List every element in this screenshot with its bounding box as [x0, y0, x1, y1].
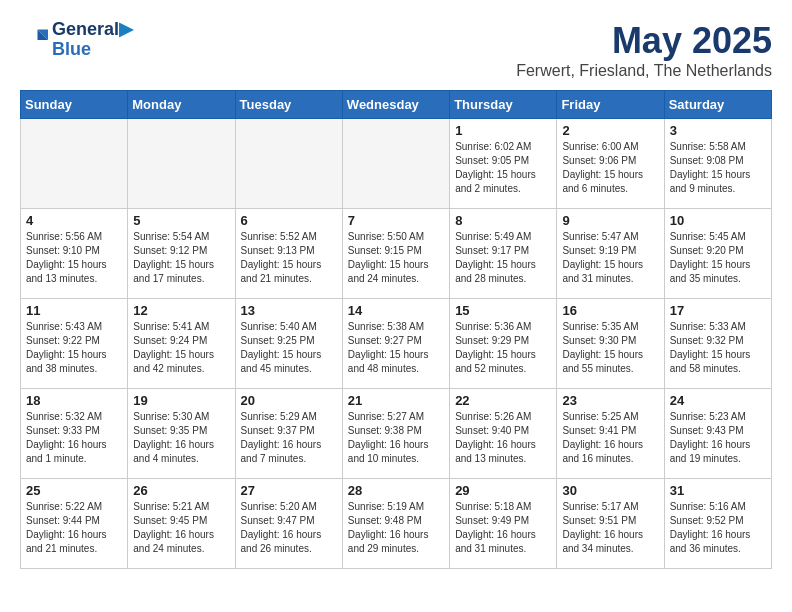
- day-number: 11: [26, 303, 122, 318]
- title-block: May 2025 Ferwert, Friesland, The Netherl…: [516, 20, 772, 80]
- day-number: 28: [348, 483, 444, 498]
- calendar-day-cell: 29Sunrise: 5:18 AM Sunset: 9:49 PM Dayli…: [450, 479, 557, 569]
- calendar-day-cell: 1Sunrise: 6:02 AM Sunset: 9:05 PM Daylig…: [450, 119, 557, 209]
- logo-icon: [20, 26, 48, 54]
- calendar-day-cell: 3Sunrise: 5:58 AM Sunset: 9:08 PM Daylig…: [664, 119, 771, 209]
- calendar-week-row: 25Sunrise: 5:22 AM Sunset: 9:44 PM Dayli…: [21, 479, 772, 569]
- calendar-day-cell: 2Sunrise: 6:00 AM Sunset: 9:06 PM Daylig…: [557, 119, 664, 209]
- day-info: Sunrise: 5:26 AM Sunset: 9:40 PM Dayligh…: [455, 410, 551, 466]
- day-info: Sunrise: 5:17 AM Sunset: 9:51 PM Dayligh…: [562, 500, 658, 556]
- day-number: 9: [562, 213, 658, 228]
- day-number: 13: [241, 303, 337, 318]
- day-info: Sunrise: 5:29 AM Sunset: 9:37 PM Dayligh…: [241, 410, 337, 466]
- logo-text: General▶ Blue: [52, 20, 133, 60]
- calendar-day-cell: 14Sunrise: 5:38 AM Sunset: 9:27 PM Dayli…: [342, 299, 449, 389]
- day-info: Sunrise: 5:56 AM Sunset: 9:10 PM Dayligh…: [26, 230, 122, 286]
- calendar-day-cell: 11Sunrise: 5:43 AM Sunset: 9:22 PM Dayli…: [21, 299, 128, 389]
- day-number: 7: [348, 213, 444, 228]
- day-number: 24: [670, 393, 766, 408]
- day-number: 10: [670, 213, 766, 228]
- location-title: Ferwert, Friesland, The Netherlands: [516, 62, 772, 80]
- day-number: 8: [455, 213, 551, 228]
- calendar-week-row: 1Sunrise: 6:02 AM Sunset: 9:05 PM Daylig…: [21, 119, 772, 209]
- day-number: 31: [670, 483, 766, 498]
- day-number: 3: [670, 123, 766, 138]
- calendar-day-cell: 30Sunrise: 5:17 AM Sunset: 9:51 PM Dayli…: [557, 479, 664, 569]
- day-info: Sunrise: 5:16 AM Sunset: 9:52 PM Dayligh…: [670, 500, 766, 556]
- calendar-day-cell: 16Sunrise: 5:35 AM Sunset: 9:30 PM Dayli…: [557, 299, 664, 389]
- calendar-day-cell: 22Sunrise: 5:26 AM Sunset: 9:40 PM Dayli…: [450, 389, 557, 479]
- day-info: Sunrise: 6:00 AM Sunset: 9:06 PM Dayligh…: [562, 140, 658, 196]
- day-number: 26: [133, 483, 229, 498]
- calendar-week-row: 4Sunrise: 5:56 AM Sunset: 9:10 PM Daylig…: [21, 209, 772, 299]
- calendar-day-cell: 12Sunrise: 5:41 AM Sunset: 9:24 PM Dayli…: [128, 299, 235, 389]
- day-number: 20: [241, 393, 337, 408]
- calendar-day-cell: 20Sunrise: 5:29 AM Sunset: 9:37 PM Dayli…: [235, 389, 342, 479]
- calendar-day-cell: 4Sunrise: 5:56 AM Sunset: 9:10 PM Daylig…: [21, 209, 128, 299]
- day-number: 5: [133, 213, 229, 228]
- day-number: 16: [562, 303, 658, 318]
- calendar-day-cell: [235, 119, 342, 209]
- day-number: 4: [26, 213, 122, 228]
- calendar-day-cell: 10Sunrise: 5:45 AM Sunset: 9:20 PM Dayli…: [664, 209, 771, 299]
- calendar-week-row: 18Sunrise: 5:32 AM Sunset: 9:33 PM Dayli…: [21, 389, 772, 479]
- calendar-day-cell: 13Sunrise: 5:40 AM Sunset: 9:25 PM Dayli…: [235, 299, 342, 389]
- logo: General▶ Blue: [20, 20, 133, 60]
- page-header: General▶ Blue May 2025 Ferwert, Frieslan…: [20, 20, 772, 80]
- day-number: 18: [26, 393, 122, 408]
- day-info: Sunrise: 5:40 AM Sunset: 9:25 PM Dayligh…: [241, 320, 337, 376]
- day-info: Sunrise: 5:33 AM Sunset: 9:32 PM Dayligh…: [670, 320, 766, 376]
- day-info: Sunrise: 5:47 AM Sunset: 9:19 PM Dayligh…: [562, 230, 658, 286]
- day-info: Sunrise: 5:36 AM Sunset: 9:29 PM Dayligh…: [455, 320, 551, 376]
- day-info: Sunrise: 5:21 AM Sunset: 9:45 PM Dayligh…: [133, 500, 229, 556]
- day-number: 30: [562, 483, 658, 498]
- day-info: Sunrise: 5:27 AM Sunset: 9:38 PM Dayligh…: [348, 410, 444, 466]
- day-info: Sunrise: 5:50 AM Sunset: 9:15 PM Dayligh…: [348, 230, 444, 286]
- weekday-header: Thursday: [450, 91, 557, 119]
- calendar-day-cell: 31Sunrise: 5:16 AM Sunset: 9:52 PM Dayli…: [664, 479, 771, 569]
- calendar-day-cell: 27Sunrise: 5:20 AM Sunset: 9:47 PM Dayli…: [235, 479, 342, 569]
- day-number: 6: [241, 213, 337, 228]
- calendar-day-cell: [128, 119, 235, 209]
- calendar-day-cell: 24Sunrise: 5:23 AM Sunset: 9:43 PM Dayli…: [664, 389, 771, 479]
- day-info: Sunrise: 5:22 AM Sunset: 9:44 PM Dayligh…: [26, 500, 122, 556]
- calendar-day-cell: 21Sunrise: 5:27 AM Sunset: 9:38 PM Dayli…: [342, 389, 449, 479]
- day-info: Sunrise: 5:43 AM Sunset: 9:22 PM Dayligh…: [26, 320, 122, 376]
- weekday-header: Tuesday: [235, 91, 342, 119]
- calendar-day-cell: [342, 119, 449, 209]
- day-number: 15: [455, 303, 551, 318]
- day-info: Sunrise: 5:20 AM Sunset: 9:47 PM Dayligh…: [241, 500, 337, 556]
- calendar-day-cell: 8Sunrise: 5:49 AM Sunset: 9:17 PM Daylig…: [450, 209, 557, 299]
- weekday-header: Friday: [557, 91, 664, 119]
- day-info: Sunrise: 5:45 AM Sunset: 9:20 PM Dayligh…: [670, 230, 766, 286]
- day-info: Sunrise: 5:23 AM Sunset: 9:43 PM Dayligh…: [670, 410, 766, 466]
- weekday-header-row: SundayMondayTuesdayWednesdayThursdayFrid…: [21, 91, 772, 119]
- calendar-day-cell: 7Sunrise: 5:50 AM Sunset: 9:15 PM Daylig…: [342, 209, 449, 299]
- day-info: Sunrise: 5:54 AM Sunset: 9:12 PM Dayligh…: [133, 230, 229, 286]
- calendar-day-cell: 6Sunrise: 5:52 AM Sunset: 9:13 PM Daylig…: [235, 209, 342, 299]
- calendar-day-cell: [21, 119, 128, 209]
- calendar-day-cell: 18Sunrise: 5:32 AM Sunset: 9:33 PM Dayli…: [21, 389, 128, 479]
- day-number: 14: [348, 303, 444, 318]
- calendar-day-cell: 9Sunrise: 5:47 AM Sunset: 9:19 PM Daylig…: [557, 209, 664, 299]
- day-number: 23: [562, 393, 658, 408]
- day-number: 29: [455, 483, 551, 498]
- day-info: Sunrise: 6:02 AM Sunset: 9:05 PM Dayligh…: [455, 140, 551, 196]
- calendar-week-row: 11Sunrise: 5:43 AM Sunset: 9:22 PM Dayli…: [21, 299, 772, 389]
- day-info: Sunrise: 5:30 AM Sunset: 9:35 PM Dayligh…: [133, 410, 229, 466]
- month-title: May 2025: [516, 20, 772, 62]
- calendar-day-cell: 26Sunrise: 5:21 AM Sunset: 9:45 PM Dayli…: [128, 479, 235, 569]
- day-number: 19: [133, 393, 229, 408]
- day-number: 27: [241, 483, 337, 498]
- day-number: 1: [455, 123, 551, 138]
- day-info: Sunrise: 5:52 AM Sunset: 9:13 PM Dayligh…: [241, 230, 337, 286]
- calendar-table: SundayMondayTuesdayWednesdayThursdayFrid…: [20, 90, 772, 569]
- weekday-header: Monday: [128, 91, 235, 119]
- calendar-day-cell: 17Sunrise: 5:33 AM Sunset: 9:32 PM Dayli…: [664, 299, 771, 389]
- day-number: 12: [133, 303, 229, 318]
- day-info: Sunrise: 5:32 AM Sunset: 9:33 PM Dayligh…: [26, 410, 122, 466]
- day-number: 25: [26, 483, 122, 498]
- day-number: 2: [562, 123, 658, 138]
- day-info: Sunrise: 5:41 AM Sunset: 9:24 PM Dayligh…: [133, 320, 229, 376]
- day-info: Sunrise: 5:58 AM Sunset: 9:08 PM Dayligh…: [670, 140, 766, 196]
